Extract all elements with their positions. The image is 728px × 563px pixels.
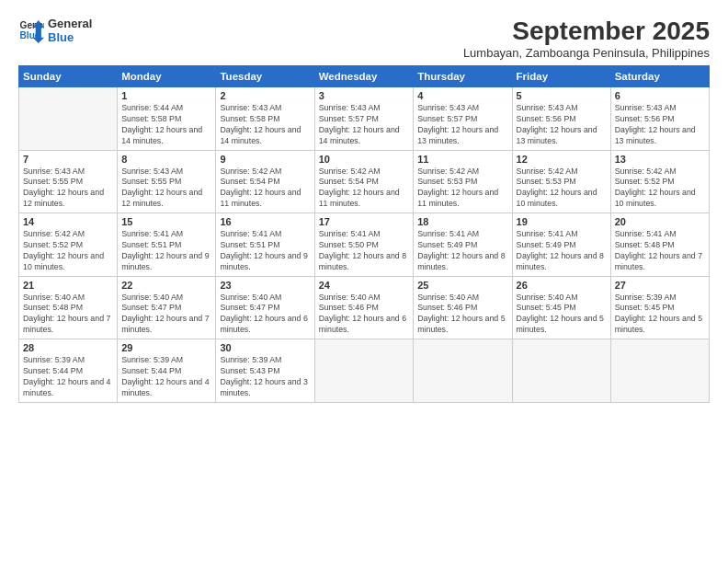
day-info: Sunrise: 5:40 AM Sunset: 5:48 PM Dayligh… <box>23 293 113 337</box>
day-info: Sunrise: 5:43 AM Sunset: 5:56 PM Dayligh… <box>615 103 705 147</box>
day-number: 5 <box>517 90 607 101</box>
day-number: 22 <box>121 280 211 291</box>
day-info: Sunrise: 5:39 AM Sunset: 5:44 PM Dayligh… <box>121 355 211 399</box>
calendar-cell: 5Sunrise: 5:43 AM Sunset: 5:56 PM Daylig… <box>512 87 610 151</box>
day-number: 8 <box>121 154 211 165</box>
day-info: Sunrise: 5:40 AM Sunset: 5:46 PM Dayligh… <box>319 293 410 337</box>
day-number: 27 <box>615 280 705 291</box>
day-info: Sunrise: 5:43 AM Sunset: 5:57 PM Dayligh… <box>417 103 507 147</box>
logo-text-blue: Blue <box>48 30 92 44</box>
day-info: Sunrise: 5:40 AM Sunset: 5:46 PM Dayligh… <box>417 293 507 337</box>
day-info: Sunrise: 5:42 AM Sunset: 5:53 PM Dayligh… <box>517 167 607 211</box>
calendar-cell <box>19 87 118 151</box>
day-info: Sunrise: 5:39 AM Sunset: 5:43 PM Dayligh… <box>220 355 310 399</box>
day-info: Sunrise: 5:42 AM Sunset: 5:52 PM Dayligh… <box>23 229 113 273</box>
day-info: Sunrise: 5:43 AM Sunset: 5:55 PM Dayligh… <box>23 167 113 211</box>
calendar-cell: 7Sunrise: 5:43 AM Sunset: 5:55 PM Daylig… <box>19 150 118 213</box>
calendar-cell <box>314 339 414 403</box>
day-number: 3 <box>319 90 410 101</box>
day-number: 30 <box>220 342 310 353</box>
day-info: Sunrise: 5:42 AM Sunset: 5:52 PM Dayligh… <box>615 167 705 211</box>
day-number: 29 <box>121 342 211 353</box>
header-saturday: Saturday <box>610 66 709 87</box>
day-number: 13 <box>615 154 705 165</box>
day-number: 18 <box>417 216 507 227</box>
calendar-cell: 12Sunrise: 5:42 AM Sunset: 5:53 PM Dayli… <box>512 150 610 213</box>
title-block: September 2025 Lumbayan, Zamboanga Penin… <box>463 17 710 60</box>
header-monday: Monday <box>118 66 216 87</box>
day-number: 25 <box>417 280 507 291</box>
day-info: Sunrise: 5:42 AM Sunset: 5:54 PM Dayligh… <box>220 167 310 211</box>
header: General Blue General Blue September 2025… <box>18 17 710 60</box>
day-number: 20 <box>615 216 705 227</box>
header-friday: Friday <box>512 66 610 87</box>
day-number: 16 <box>220 216 310 227</box>
calendar-cell: 26Sunrise: 5:40 AM Sunset: 5:45 PM Dayli… <box>512 276 610 339</box>
header-wednesday: Wednesday <box>314 66 414 87</box>
calendar-cell <box>610 339 709 403</box>
day-info: Sunrise: 5:43 AM Sunset: 5:56 PM Dayligh… <box>517 103 607 147</box>
day-info: Sunrise: 5:39 AM Sunset: 5:44 PM Dayligh… <box>23 355 113 399</box>
calendar-cell: 15Sunrise: 5:41 AM Sunset: 5:51 PM Dayli… <box>118 213 216 277</box>
day-info: Sunrise: 5:43 AM Sunset: 5:58 PM Dayligh… <box>220 103 310 147</box>
logo: General Blue General Blue <box>18 17 92 44</box>
day-info: Sunrise: 5:40 AM Sunset: 5:47 PM Dayligh… <box>220 293 310 337</box>
day-info: Sunrise: 5:40 AM Sunset: 5:47 PM Dayligh… <box>121 293 211 337</box>
day-number: 7 <box>23 154 113 165</box>
logo-icon: General Blue <box>18 17 44 43</box>
header-thursday: Thursday <box>414 66 512 87</box>
day-info: Sunrise: 5:41 AM Sunset: 5:51 PM Dayligh… <box>121 229 211 273</box>
calendar-cell: 10Sunrise: 5:42 AM Sunset: 5:54 PM Dayli… <box>314 150 414 213</box>
calendar-cell: 18Sunrise: 5:41 AM Sunset: 5:49 PM Dayli… <box>414 213 512 277</box>
day-info: Sunrise: 5:40 AM Sunset: 5:45 PM Dayligh… <box>517 293 607 337</box>
calendar-header-row: Sunday Monday Tuesday Wednesday Thursday… <box>19 66 710 87</box>
day-number: 24 <box>319 280 410 291</box>
month-title: September 2025 <box>463 17 710 46</box>
day-info: Sunrise: 5:42 AM Sunset: 5:53 PM Dayligh… <box>417 167 507 211</box>
calendar-table: Sunday Monday Tuesday Wednesday Thursday… <box>18 65 710 403</box>
calendar-cell: 24Sunrise: 5:40 AM Sunset: 5:46 PM Dayli… <box>314 276 414 339</box>
calendar-cell: 2Sunrise: 5:43 AM Sunset: 5:58 PM Daylig… <box>216 87 314 151</box>
day-info: Sunrise: 5:43 AM Sunset: 5:55 PM Dayligh… <box>121 167 211 211</box>
calendar-cell: 16Sunrise: 5:41 AM Sunset: 5:51 PM Dayli… <box>216 213 314 277</box>
calendar-week-row: 1Sunrise: 5:44 AM Sunset: 5:58 PM Daylig… <box>19 87 710 151</box>
day-number: 9 <box>220 154 310 165</box>
day-number: 10 <box>319 154 410 165</box>
calendar-week-row: 28Sunrise: 5:39 AM Sunset: 5:44 PM Dayli… <box>19 339 710 403</box>
day-number: 23 <box>220 280 310 291</box>
calendar-cell: 23Sunrise: 5:40 AM Sunset: 5:47 PM Dayli… <box>216 276 314 339</box>
calendar-cell: 3Sunrise: 5:43 AM Sunset: 5:57 PM Daylig… <box>314 87 414 151</box>
calendar-cell: 27Sunrise: 5:39 AM Sunset: 5:45 PM Dayli… <box>610 276 709 339</box>
header-sunday: Sunday <box>19 66 118 87</box>
calendar-cell: 13Sunrise: 5:42 AM Sunset: 5:52 PM Dayli… <box>610 150 709 213</box>
calendar-cell: 4Sunrise: 5:43 AM Sunset: 5:57 PM Daylig… <box>414 87 512 151</box>
calendar-week-row: 21Sunrise: 5:40 AM Sunset: 5:48 PM Dayli… <box>19 276 710 339</box>
calendar-cell: 1Sunrise: 5:44 AM Sunset: 5:58 PM Daylig… <box>118 87 216 151</box>
calendar-cell: 29Sunrise: 5:39 AM Sunset: 5:44 PM Dayli… <box>118 339 216 403</box>
day-number: 2 <box>220 90 310 101</box>
calendar-cell: 14Sunrise: 5:42 AM Sunset: 5:52 PM Dayli… <box>19 213 118 277</box>
day-number: 11 <box>417 154 507 165</box>
day-info: Sunrise: 5:41 AM Sunset: 5:48 PM Dayligh… <box>615 229 705 273</box>
calendar-week-row: 7Sunrise: 5:43 AM Sunset: 5:55 PM Daylig… <box>19 150 710 213</box>
calendar-cell: 8Sunrise: 5:43 AM Sunset: 5:55 PM Daylig… <box>118 150 216 213</box>
calendar-cell: 9Sunrise: 5:42 AM Sunset: 5:54 PM Daylig… <box>216 150 314 213</box>
calendar-cell: 22Sunrise: 5:40 AM Sunset: 5:47 PM Dayli… <box>118 276 216 339</box>
day-number: 14 <box>23 216 113 227</box>
location-subtitle: Lumbayan, Zamboanga Peninsula, Philippin… <box>463 46 710 60</box>
calendar-cell: 20Sunrise: 5:41 AM Sunset: 5:48 PM Dayli… <box>610 213 709 277</box>
header-tuesday: Tuesday <box>216 66 314 87</box>
day-number: 21 <box>23 280 113 291</box>
calendar-week-row: 14Sunrise: 5:42 AM Sunset: 5:52 PM Dayli… <box>19 213 710 277</box>
logo-text-general: General <box>48 17 92 30</box>
calendar-cell: 17Sunrise: 5:41 AM Sunset: 5:50 PM Dayli… <box>314 213 414 277</box>
calendar-cell <box>414 339 512 403</box>
calendar-cell <box>512 339 610 403</box>
day-info: Sunrise: 5:41 AM Sunset: 5:51 PM Dayligh… <box>220 229 310 273</box>
day-info: Sunrise: 5:41 AM Sunset: 5:50 PM Dayligh… <box>319 229 410 273</box>
day-number: 4 <box>417 90 507 101</box>
page: General Blue General Blue September 2025… <box>0 0 728 563</box>
calendar-cell: 25Sunrise: 5:40 AM Sunset: 5:46 PM Dayli… <box>414 276 512 339</box>
day-number: 19 <box>517 216 607 227</box>
calendar-cell: 30Sunrise: 5:39 AM Sunset: 5:43 PM Dayli… <box>216 339 314 403</box>
